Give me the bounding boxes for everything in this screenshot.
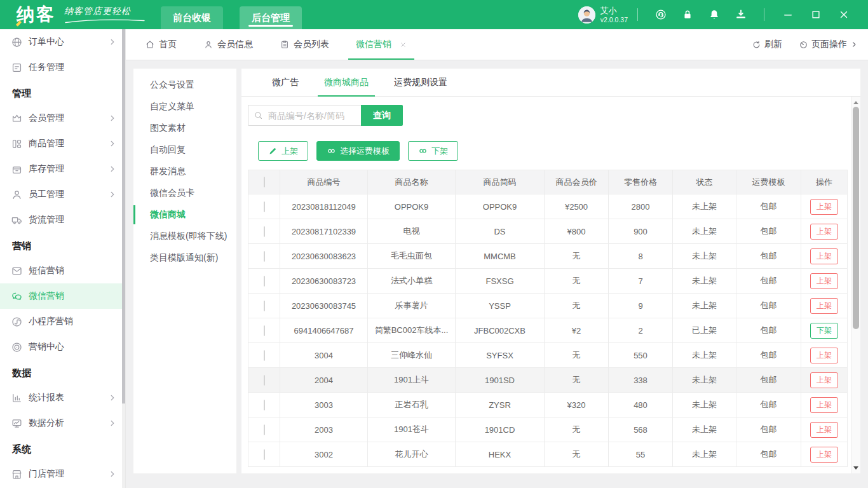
row-action-button[interactable]: 上架 (810, 298, 838, 314)
submenu-item[interactable]: 公众号设置 (133, 74, 236, 96)
submenu-item[interactable]: 图文素材 (133, 118, 236, 139)
table-row: 3004三仰峰水仙SYFSX无550未上架包邮上架 (248, 343, 848, 368)
row-action-button[interactable]: 上架 (810, 422, 838, 438)
action-button[interactable]: 选择运费模板 (316, 141, 400, 161)
download-icon[interactable] (735, 8, 747, 21)
row-action-button[interactable]: 上架 (810, 447, 838, 463)
row-checkbox[interactable] (264, 251, 265, 262)
row-checkbox[interactable] (264, 424, 265, 435)
support-icon[interactable] (654, 8, 667, 21)
close-window-button[interactable] (838, 9, 850, 20)
sidebar-item[interactable]: 门店管理 (0, 461, 125, 487)
panel-scrollbar[interactable] (851, 97, 860, 473)
table-row: 20230818112049OPPOK9OPPOK9¥25002800未上架包邮… (248, 194, 848, 219)
page-operations-button[interactable]: 页面操作 (799, 39, 858, 50)
submenu-item[interactable]: 类目模版通知(新) (133, 247, 236, 269)
miniprogram-icon (11, 316, 23, 328)
row-action-button[interactable]: 上架 (810, 273, 838, 289)
cell-status: 未上架 (673, 294, 736, 318)
panel-tab[interactable]: 微商城商品 (318, 69, 375, 96)
cell-status: 未上架 (673, 194, 736, 219)
scroll-up-arrow[interactable] (851, 98, 860, 107)
search-input[interactable] (267, 110, 356, 121)
page-tab[interactable]: 微信营销 (356, 29, 407, 60)
row-checkbox-cell (248, 194, 280, 219)
refresh-icon (752, 40, 761, 50)
column-header: 操作 (801, 170, 848, 194)
list-icon (280, 39, 290, 50)
submenu-item[interactable]: 消息模板(即将下线) (133, 226, 236, 247)
mode-tab-backoffice[interactable]: 后台管理 (240, 6, 302, 29)
row-checkbox[interactable] (264, 449, 265, 460)
sidebar-item[interactable]: 小程序营销 (0, 309, 125, 334)
staff-icon (11, 189, 23, 201)
page-tab[interactable]: 会员信息 (203, 29, 253, 60)
sidebar-item[interactable]: 营销中心 (0, 334, 125, 360)
column-header: 零售价格 (609, 170, 673, 194)
row-action-button[interactable]: 上架 (810, 348, 838, 363)
tabstrip-actions: 刷新 页面操作 (752, 29, 858, 60)
row-checkbox[interactable] (264, 325, 265, 336)
submenu-item[interactable]: 微信会员卡 (133, 182, 236, 204)
user-avatar[interactable] (578, 6, 595, 24)
row-action-button[interactable]: 上架 (810, 372, 838, 388)
scroll-down-arrow[interactable] (851, 463, 860, 472)
sidebar-item[interactable]: 货流管理 (0, 207, 125, 233)
panel-tab[interactable]: 运费规则设置 (388, 69, 454, 96)
close-icon[interactable] (400, 41, 407, 48)
sidebar-item[interactable]: 微信营销 (0, 283, 125, 309)
page-tab[interactable]: 会员列表 (280, 29, 329, 60)
sidebar-item[interactable]: 数据分析 (0, 410, 125, 436)
lock-icon[interactable] (681, 8, 694, 21)
row-checkbox[interactable] (264, 201, 265, 212)
cell-member-price: 无 (545, 368, 609, 393)
row-checkbox[interactable] (264, 301, 265, 311)
row-checkbox[interactable] (264, 226, 265, 237)
panel-scrollbar-thumb[interactable] (853, 107, 859, 329)
table-row: 20230630083723法式小单糕FSXSG无7未上架包邮上架 (248, 269, 848, 294)
select-all-checkbox[interactable] (264, 177, 265, 187)
sidebar-item[interactable]: 库存管理 (0, 156, 125, 182)
row-checkbox[interactable] (264, 350, 265, 361)
row-action-button[interactable]: 上架 (810, 199, 838, 215)
sidebar-item[interactable]: 员工管理 (0, 182, 125, 207)
submenu-item[interactable]: 自定义菜单 (133, 96, 236, 118)
sidebar-item[interactable]: 商品管理 (0, 131, 125, 156)
row-action-button[interactable]: 下架 (810, 323, 838, 339)
titlebar-divider (637, 8, 638, 21)
sidebar-scrollbar[interactable] (122, 29, 125, 488)
submenu-item[interactable]: 群发消息 (133, 161, 236, 182)
cell-shipping: 包邮 (736, 442, 801, 467)
row-action-button[interactable]: 上架 (810, 248, 838, 264)
sidebar-item[interactable]: 任务管理 (0, 55, 125, 80)
sidebar-section-header: 系统 (0, 436, 125, 461)
refresh-button[interactable]: 刷新 (752, 39, 782, 50)
panel-tabs: 微广告微商城商品运费规则设置 (241, 69, 860, 97)
action-button[interactable]: 上架 (258, 141, 308, 161)
submenu-item[interactable]: 微信商城 (133, 204, 236, 226)
action-button[interactable]: 下架 (408, 141, 458, 161)
maximize-button[interactable] (810, 9, 822, 20)
cell-status: 未上架 (673, 343, 736, 368)
cell-name: 法式小单糕 (368, 269, 456, 294)
row-checkbox[interactable] (264, 400, 265, 410)
submenu-item[interactable]: 自动回复 (133, 139, 236, 161)
sidebar-item[interactable]: 会员管理 (0, 105, 125, 131)
bell-icon[interactable] (708, 8, 721, 21)
page-tab[interactable]: 首页 (145, 29, 177, 60)
search-button[interactable]: 查询 (361, 105, 403, 126)
minimize-button[interactable] (782, 9, 794, 20)
cell-name: OPPOK9 (368, 194, 456, 219)
sidebar-item[interactable]: 短信营销 (0, 258, 125, 283)
row-action-button[interactable]: 上架 (810, 397, 838, 413)
row-checkbox[interactable] (264, 276, 265, 287)
cell-retail-price: 2 (609, 318, 673, 343)
row-checkbox[interactable] (264, 375, 265, 386)
sidebar-item[interactable]: 订单中心 (0, 29, 125, 55)
sidebar-item[interactable]: 统计报表 (0, 385, 125, 410)
panel-tab[interactable]: 微广告 (266, 69, 305, 96)
sidebar-scrollbar-thumb[interactable] (122, 29, 125, 403)
mode-tab-cashier[interactable]: 前台收银 (161, 6, 223, 29)
row-action-button[interactable]: 上架 (810, 224, 838, 240)
titlebar: 纳客 纳客管店更轻松 前台收银 后台管理 艾小 v2.0.0.37 (0, 0, 868, 29)
